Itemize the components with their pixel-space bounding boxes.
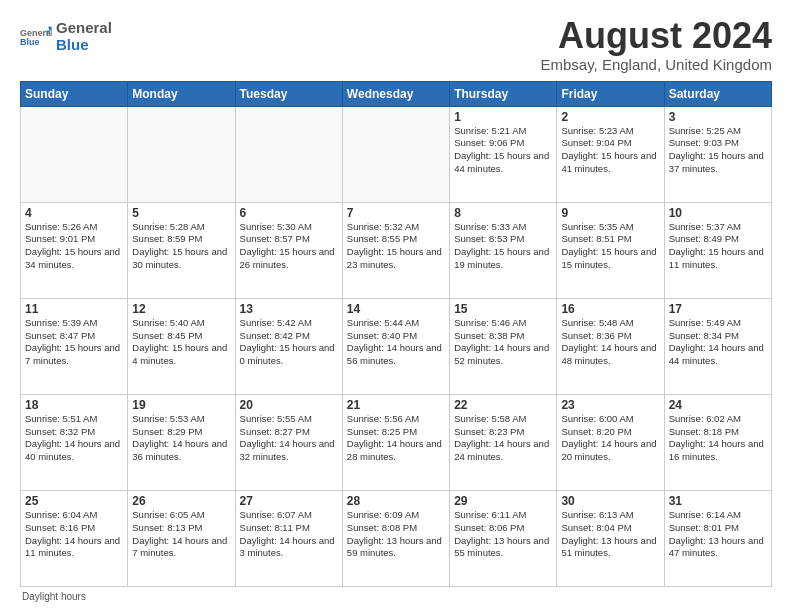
calendar-cell: 29Sunrise: 6:11 AM Sunset: 8:06 PM Dayli… [450,490,557,586]
calendar-week-2: 4Sunrise: 5:26 AM Sunset: 9:01 PM Daylig… [21,202,772,298]
day-info: Sunrise: 5:53 AM Sunset: 8:29 PM Dayligh… [132,413,230,464]
calendar-cell: 1Sunrise: 5:21 AM Sunset: 9:06 PM Daylig… [450,106,557,202]
day-number: 24 [669,398,767,412]
day-info: Sunrise: 5:30 AM Sunset: 8:57 PM Dayligh… [240,221,338,272]
calendar-week-4: 18Sunrise: 5:51 AM Sunset: 8:32 PM Dayli… [21,394,772,490]
calendar-cell: 9Sunrise: 5:35 AM Sunset: 8:51 PM Daylig… [557,202,664,298]
calendar-cell: 16Sunrise: 5:48 AM Sunset: 8:36 PM Dayli… [557,298,664,394]
calendar-header-saturday: Saturday [664,81,771,106]
calendar-table: SundayMondayTuesdayWednesdayThursdayFrid… [20,81,772,587]
day-number: 3 [669,110,767,124]
day-number: 27 [240,494,338,508]
day-info: Sunrise: 5:21 AM Sunset: 9:06 PM Dayligh… [454,125,552,176]
logo-text: General Blue [56,20,112,53]
day-info: Sunrise: 6:05 AM Sunset: 8:13 PM Dayligh… [132,509,230,560]
footer-note: Daylight hours [20,591,772,602]
calendar-cell: 25Sunrise: 6:04 AM Sunset: 8:16 PM Dayli… [21,490,128,586]
calendar-cell: 31Sunrise: 6:14 AM Sunset: 8:01 PM Dayli… [664,490,771,586]
day-number: 2 [561,110,659,124]
calendar-cell: 5Sunrise: 5:28 AM Sunset: 8:59 PM Daylig… [128,202,235,298]
day-number: 31 [669,494,767,508]
day-info: Sunrise: 5:55 AM Sunset: 8:27 PM Dayligh… [240,413,338,464]
day-number: 17 [669,302,767,316]
calendar-header-wednesday: Wednesday [342,81,449,106]
day-number: 5 [132,206,230,220]
day-info: Sunrise: 5:26 AM Sunset: 9:01 PM Dayligh… [25,221,123,272]
day-info: Sunrise: 5:23 AM Sunset: 9:04 PM Dayligh… [561,125,659,176]
day-info: Sunrise: 6:14 AM Sunset: 8:01 PM Dayligh… [669,509,767,560]
day-info: Sunrise: 6:02 AM Sunset: 8:18 PM Dayligh… [669,413,767,464]
calendar-cell: 26Sunrise: 6:05 AM Sunset: 8:13 PM Dayli… [128,490,235,586]
calendar-cell: 8Sunrise: 5:33 AM Sunset: 8:53 PM Daylig… [450,202,557,298]
calendar-header-thursday: Thursday [450,81,557,106]
calendar-header-sunday: Sunday [21,81,128,106]
calendar-cell: 23Sunrise: 6:00 AM Sunset: 8:20 PM Dayli… [557,394,664,490]
day-number: 26 [132,494,230,508]
calendar-cell: 21Sunrise: 5:56 AM Sunset: 8:25 PM Dayli… [342,394,449,490]
calendar-header-friday: Friday [557,81,664,106]
calendar-cell: 24Sunrise: 6:02 AM Sunset: 8:18 PM Dayli… [664,394,771,490]
main-title: August 2024 [540,16,772,56]
day-info: Sunrise: 5:37 AM Sunset: 8:49 PM Dayligh… [669,221,767,272]
calendar-week-5: 25Sunrise: 6:04 AM Sunset: 8:16 PM Dayli… [21,490,772,586]
day-number: 14 [347,302,445,316]
day-number: 29 [454,494,552,508]
footer-text: Daylight hours [22,591,86,602]
calendar-week-1: 1Sunrise: 5:21 AM Sunset: 9:06 PM Daylig… [21,106,772,202]
day-info: Sunrise: 5:25 AM Sunset: 9:03 PM Dayligh… [669,125,767,176]
logo-blue: Blue [56,37,112,54]
calendar-cell: 30Sunrise: 6:13 AM Sunset: 8:04 PM Dayli… [557,490,664,586]
day-number: 13 [240,302,338,316]
day-info: Sunrise: 5:56 AM Sunset: 8:25 PM Dayligh… [347,413,445,464]
calendar-cell [128,106,235,202]
day-number: 9 [561,206,659,220]
calendar-cell: 12Sunrise: 5:40 AM Sunset: 8:45 PM Dayli… [128,298,235,394]
logo: General Blue General Blue [20,20,112,53]
day-number: 15 [454,302,552,316]
svg-text:Blue: Blue [20,36,39,46]
calendar-cell: 15Sunrise: 5:46 AM Sunset: 8:38 PM Dayli… [450,298,557,394]
day-info: Sunrise: 6:00 AM Sunset: 8:20 PM Dayligh… [561,413,659,464]
calendar-cell [235,106,342,202]
calendar-cell: 18Sunrise: 5:51 AM Sunset: 8:32 PM Dayli… [21,394,128,490]
calendar-cell: 10Sunrise: 5:37 AM Sunset: 8:49 PM Dayli… [664,202,771,298]
day-info: Sunrise: 5:48 AM Sunset: 8:36 PM Dayligh… [561,317,659,368]
calendar-cell [21,106,128,202]
day-number: 1 [454,110,552,124]
calendar-cell: 22Sunrise: 5:58 AM Sunset: 8:23 PM Dayli… [450,394,557,490]
day-number: 6 [240,206,338,220]
day-number: 10 [669,206,767,220]
day-number: 19 [132,398,230,412]
calendar-cell: 27Sunrise: 6:07 AM Sunset: 8:11 PM Dayli… [235,490,342,586]
day-number: 4 [25,206,123,220]
calendar-cell: 2Sunrise: 5:23 AM Sunset: 9:04 PM Daylig… [557,106,664,202]
day-number: 28 [347,494,445,508]
day-info: Sunrise: 6:07 AM Sunset: 8:11 PM Dayligh… [240,509,338,560]
header: General Blue General Blue August 2024 Em… [20,16,772,73]
calendar-cell: 3Sunrise: 5:25 AM Sunset: 9:03 PM Daylig… [664,106,771,202]
calendar-header-monday: Monday [128,81,235,106]
calendar-cell: 17Sunrise: 5:49 AM Sunset: 8:34 PM Dayli… [664,298,771,394]
day-info: Sunrise: 6:11 AM Sunset: 8:06 PM Dayligh… [454,509,552,560]
calendar-week-3: 11Sunrise: 5:39 AM Sunset: 8:47 PM Dayli… [21,298,772,394]
calendar-cell: 14Sunrise: 5:44 AM Sunset: 8:40 PM Dayli… [342,298,449,394]
day-info: Sunrise: 5:35 AM Sunset: 8:51 PM Dayligh… [561,221,659,272]
day-info: Sunrise: 5:32 AM Sunset: 8:55 PM Dayligh… [347,221,445,272]
day-number: 16 [561,302,659,316]
day-number: 11 [25,302,123,316]
day-info: Sunrise: 5:49 AM Sunset: 8:34 PM Dayligh… [669,317,767,368]
day-number: 21 [347,398,445,412]
day-info: Sunrise: 6:13 AM Sunset: 8:04 PM Dayligh… [561,509,659,560]
day-info: Sunrise: 5:42 AM Sunset: 8:42 PM Dayligh… [240,317,338,368]
calendar-header-row: SundayMondayTuesdayWednesdayThursdayFrid… [21,81,772,106]
calendar-header-tuesday: Tuesday [235,81,342,106]
calendar-cell: 19Sunrise: 5:53 AM Sunset: 8:29 PM Dayli… [128,394,235,490]
subtitle: Embsay, England, United Kingdom [540,56,772,73]
day-info: Sunrise: 5:39 AM Sunset: 8:47 PM Dayligh… [25,317,123,368]
day-info: Sunrise: 6:04 AM Sunset: 8:16 PM Dayligh… [25,509,123,560]
day-number: 12 [132,302,230,316]
day-info: Sunrise: 5:40 AM Sunset: 8:45 PM Dayligh… [132,317,230,368]
day-info: Sunrise: 5:33 AM Sunset: 8:53 PM Dayligh… [454,221,552,272]
day-info: Sunrise: 5:58 AM Sunset: 8:23 PM Dayligh… [454,413,552,464]
day-number: 7 [347,206,445,220]
